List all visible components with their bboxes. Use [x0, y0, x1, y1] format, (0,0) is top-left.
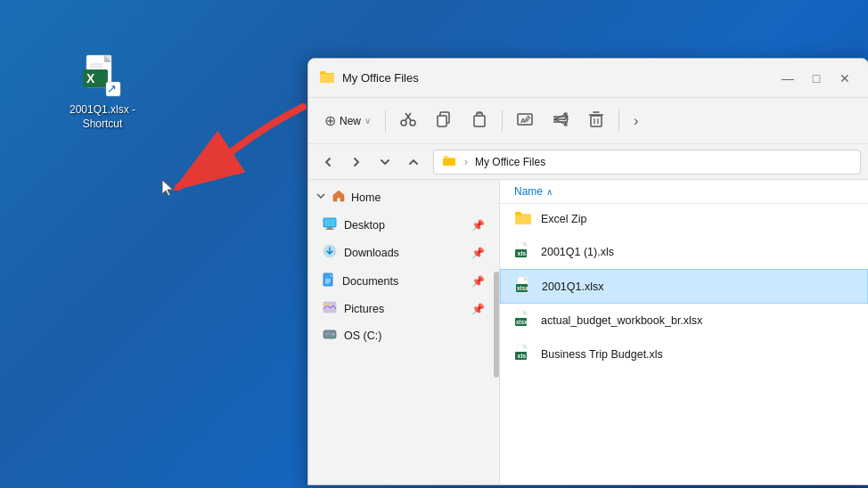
- forward-button[interactable]: [344, 150, 369, 175]
- sidebar-item-pictures[interactable]: Pictures 📌: [312, 296, 495, 321]
- file-item-2001q1-1[interactable]: xls 2001Q1 (1).xls: [500, 235, 868, 269]
- column-name-label: Name: [514, 185, 543, 198]
- maximize-button[interactable]: □: [804, 66, 829, 91]
- paste-button[interactable]: [463, 106, 496, 135]
- sidebar-drive-icon: [323, 328, 337, 343]
- xls-icon-1: xls: [514, 241, 532, 262]
- share-icon: [553, 111, 569, 130]
- new-chevron-icon: ∨: [364, 116, 371, 126]
- share-button[interactable]: [544, 106, 577, 135]
- sidebar-pin-icon-desktop: 📌: [471, 219, 485, 232]
- file-list-header[interactable]: Name ∧: [500, 180, 868, 204]
- svg-text:xlsx: xlsx: [517, 285, 528, 291]
- svg-rect-31: [325, 229, 334, 230]
- sort-indicator-icon: ∧: [546, 187, 553, 197]
- sidebar-item-os-c[interactable]: OS (C:): [312, 322, 495, 348]
- toolbar: ⊕ New ∨: [308, 98, 868, 144]
- sidebar: Home Desktop 📌: [308, 180, 500, 484]
- sidebar-scrollbar-thumb[interactable]: [494, 272, 499, 378]
- svg-rect-30: [327, 227, 332, 229]
- paste-icon: [471, 111, 487, 130]
- svg-point-12: [410, 120, 415, 126]
- sidebar-item-documents[interactable]: Documents 📌: [312, 267, 495, 295]
- sidebar-pin-icon-downloads: 📌: [471, 247, 485, 259]
- sidebar-home-label: Home: [351, 191, 381, 204]
- mouse-cursor: [160, 178, 178, 199]
- sidebar-scrollbar[interactable]: [494, 180, 499, 484]
- file-item-actual-budget[interactable]: xlsx actual_budget_workbook_br.xlsx: [500, 304, 868, 338]
- sidebar-pictures-icon: [323, 301, 337, 316]
- sidebar-pin-icon-documents: 📌: [471, 275, 485, 288]
- svg-text:xlsx: xlsx: [516, 319, 528, 325]
- file-name-actual-budget: actual_budget_workbook_br.xlsx: [541, 314, 702, 327]
- new-button-label: New: [340, 115, 361, 127]
- minimize-button[interactable]: —: [775, 66, 800, 91]
- sidebar-downloads-icon: [323, 244, 337, 261]
- up-button[interactable]: [401, 150, 426, 175]
- sidebar-pin-icon-pictures: 📌: [471, 303, 485, 315]
- svg-rect-41: [325, 333, 331, 335]
- xls-icon-3: xls: [514, 344, 532, 364]
- back-button[interactable]: [315, 150, 340, 175]
- xlsx-icon-2: xlsx: [514, 310, 532, 330]
- title-bar: My Office Files — □ ✕: [308, 59, 868, 98]
- address-path: My Office Files: [475, 156, 545, 168]
- svg-rect-14: [438, 116, 446, 126]
- toolbar-separator-3: [618, 110, 619, 132]
- nav-bar: › My Office Files: [308, 144, 868, 180]
- svg-point-38: [326, 304, 329, 306]
- address-bar[interactable]: › My Office Files: [433, 150, 861, 175]
- excel-file-icon: X ↗: [79, 53, 126, 100]
- close-button[interactable]: ✕: [832, 66, 857, 91]
- file-item-excel-zip[interactable]: Excel Zip: [500, 204, 868, 235]
- sidebar-item-desktop[interactable]: Desktop 📌: [312, 212, 495, 238]
- svg-rect-25: [591, 116, 602, 126]
- cut-button[interactable]: [391, 106, 425, 135]
- svg-point-40: [332, 333, 335, 336]
- file-item-business-trip[interactable]: xls Business Trip Budget.xls: [500, 338, 868, 371]
- toolbar-separator-2: [502, 110, 503, 132]
- sidebar-item-desktop-label: Desktop: [344, 219, 385, 232]
- sidebar-item-downloads[interactable]: Downloads 📌: [312, 239, 495, 266]
- sidebar-item-os-c-label: OS (C:): [344, 329, 381, 342]
- sidebar-chevron-icon: [315, 191, 326, 204]
- copy-button[interactable]: [427, 106, 461, 135]
- toolbar-separator-1: [385, 110, 386, 132]
- file-name-2001q1-selected: 2001Q1.xlsx: [542, 281, 603, 293]
- more-button[interactable]: ›: [625, 108, 647, 134]
- content-area: Home Desktop 📌: [308, 180, 868, 484]
- svg-text:xls: xls: [518, 250, 527, 256]
- recent-locations-button[interactable]: [373, 150, 397, 175]
- rename-button[interactable]: A: [508, 106, 542, 135]
- new-button[interactable]: ⊕ New ∨: [315, 107, 380, 134]
- file-list: Name ∧ Excel Zip: [500, 180, 868, 484]
- file-item-2001q1-selected[interactable]: xlsx 2001Q1.xlsx: [500, 269, 868, 304]
- desktop-icon-label: 2001Q1.xlsx -Shortcut: [70, 103, 135, 131]
- title-bar-folder-icon: [319, 69, 335, 87]
- rename-icon: A: [517, 111, 533, 130]
- file-name-2001q1-1: 2001Q1 (1).xls: [541, 246, 614, 258]
- xlsx-icon-selected: xlsx: [515, 276, 533, 297]
- sidebar-documents-icon: [323, 272, 335, 289]
- svg-text:↗: ↗: [107, 82, 117, 95]
- new-plus-icon: ⊕: [324, 112, 336, 129]
- delete-button[interactable]: [579, 106, 613, 135]
- more-icon: ›: [634, 113, 638, 129]
- address-separator: ›: [464, 156, 468, 168]
- svg-rect-15: [474, 116, 485, 126]
- desktop-icon-2001q1[interactable]: X ↗ 2001Q1.xlsx -Shortcut: [62, 53, 143, 131]
- title-bar-controls: — □ ✕: [775, 66, 857, 91]
- svg-point-21: [564, 123, 568, 126]
- sidebar-home-header[interactable]: Home: [308, 183, 499, 211]
- sidebar-item-downloads-label: Downloads: [344, 247, 399, 259]
- explorer-window: My Office Files — □ ✕ ⊕ New ∨: [307, 58, 868, 485]
- sidebar-item-pictures-label: Pictures: [344, 303, 384, 315]
- svg-rect-29: [323, 218, 336, 227]
- sidebar-desktop-icon: [323, 217, 337, 232]
- svg-text:xls: xls: [518, 353, 527, 359]
- file-name-excel-zip: Excel Zip: [541, 213, 586, 225]
- cut-icon: [400, 111, 416, 130]
- file-name-business-trip: Business Trip Budget.xls: [541, 348, 663, 361]
- copy-icon: [436, 111, 452, 130]
- address-folder-icon: [443, 155, 455, 169]
